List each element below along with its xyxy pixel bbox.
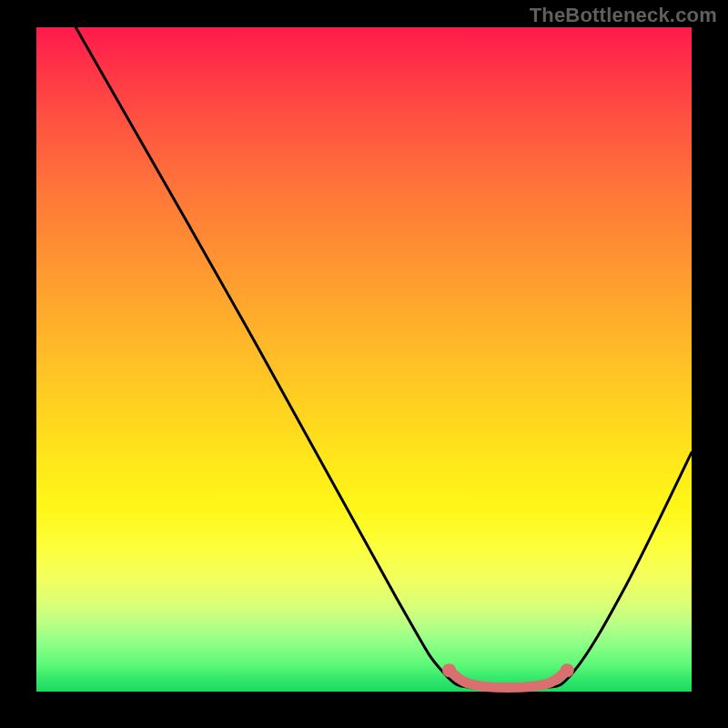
plot-area [36,27,692,692]
bottleneck-curve [76,27,692,691]
optimal-band-endpoint-right [561,663,574,677]
optimal-band-endpoint-left [442,663,456,677]
chart-frame: TheBottleneck.com [0,0,728,728]
watermark-text: TheBottleneck.com [530,4,717,27]
optimal-band [450,671,568,688]
chart-svg [36,27,692,692]
